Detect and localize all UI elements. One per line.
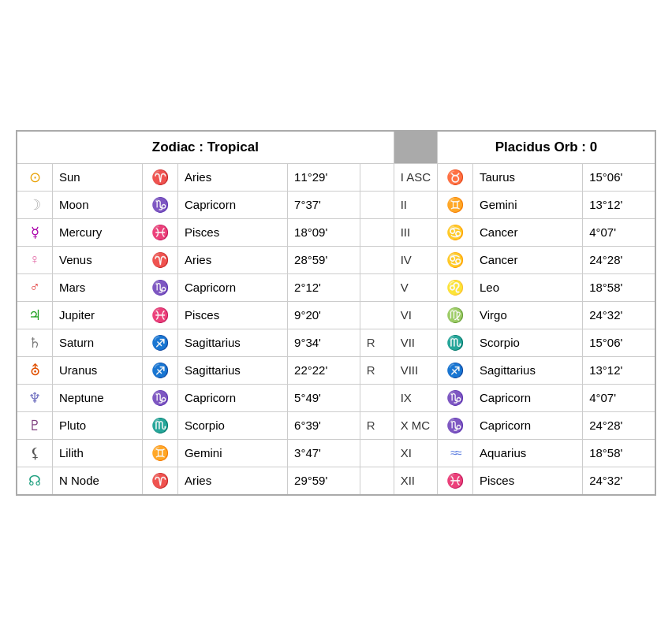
right-degree: 4°07': [589, 225, 616, 239]
planet-symbol-cell: ♂: [17, 273, 53, 301]
sign-name-cell: Aries: [177, 467, 287, 495]
planet-symbol-cell: ♀: [17, 246, 53, 273]
left-sign-name: Pisces: [185, 308, 219, 322]
house-cell: II: [394, 191, 437, 218]
retrograde-cell: [360, 218, 394, 246]
planet-name: Moon: [59, 198, 89, 211]
planet-name-cell: Sun: [53, 163, 143, 191]
sign-symbol-cell: ♏: [142, 411, 177, 439]
sign-name-cell: Capricorn: [177, 273, 287, 301]
left-sign-name: Pisces: [185, 225, 219, 239]
planet-name: Sun: [59, 170, 80, 184]
left-degree: 11°29': [294, 170, 327, 184]
sign-symbol-cell: ♓: [142, 218, 177, 246]
sign-name-cell: Pisces: [177, 218, 287, 246]
retrograde-cell: [360, 384, 394, 411]
table-row: ☿ Mercury ♓ Pisces 18°09' III ♋ Cancer 4…: [17, 218, 655, 246]
planet-symbol-cell: ♄: [17, 329, 53, 356]
right-sign-name-cell: Sagittarius: [473, 356, 583, 384]
house-label: VII: [401, 336, 415, 349]
left-sign-symbol: ♐: [149, 334, 171, 352]
planet-name-cell: Mercury: [53, 218, 143, 246]
degree-cell: 6°39': [288, 411, 360, 439]
sign-name-cell: Scorpio: [177, 411, 287, 439]
left-sign-name: Capricorn: [185, 198, 236, 211]
house-cell: I ASC: [394, 163, 437, 191]
planet-symbol: ☿: [24, 224, 46, 241]
left-degree: 29°59': [294, 474, 327, 487]
left-sign-name: Gemini: [185, 446, 222, 459]
sign-symbol-cell: ♑: [142, 384, 177, 411]
left-sign-symbol: ♑: [149, 279, 171, 296]
right-sign-symbol-cell: ♊: [438, 191, 473, 218]
right-degree: 13°12': [589, 198, 622, 211]
right-sign-symbol-cell: ♐: [438, 356, 473, 384]
planet-symbol-cell: ♃: [17, 301, 53, 329]
right-sign-name-cell: Capricorn: [473, 411, 583, 439]
sign-name-cell: Aries: [177, 246, 287, 273]
planet-name: Mercury: [59, 225, 102, 239]
planet-symbol: ♃: [24, 307, 46, 324]
degree-cell: 9°20': [288, 301, 360, 329]
retrograde-cell: [360, 301, 394, 329]
right-sign-name: Virgo: [480, 308, 507, 322]
left-sign-symbol: ♈: [149, 251, 171, 269]
left-degree: 2°12': [294, 281, 321, 294]
right-sign-name-cell: Aquarius: [473, 439, 583, 467]
right-header: Placidus Orb : 0: [438, 131, 655, 164]
right-degree: 13°12': [589, 363, 622, 377]
table-row: ♄ Saturn ♐ Sagittarius 9°34' R VII ♏ Sco…: [17, 329, 655, 356]
right-sign-symbol-cell: ♋: [438, 246, 473, 273]
left-sign-symbol: ♑: [149, 389, 171, 407]
planet-name-cell: Jupiter: [53, 301, 143, 329]
planet-symbol: ⊙: [24, 169, 46, 186]
left-degree: 3°47': [294, 446, 321, 459]
house-cell: V: [394, 273, 437, 301]
sign-symbol-cell: ♈: [142, 163, 177, 191]
sign-symbol-cell: ♑: [142, 273, 177, 301]
right-sign-name: Gemini: [480, 198, 517, 211]
right-sign-name-cell: Leo: [473, 273, 583, 301]
planet-symbol-cell: ☽: [17, 191, 53, 218]
planet-name: Mars: [59, 281, 85, 294]
right-degree: 24°32': [589, 474, 622, 487]
planet-symbol-cell: ☊: [17, 467, 53, 495]
planet-symbol-cell: ⚸: [17, 439, 53, 467]
house-label: II: [401, 198, 407, 211]
house-cell: VII: [394, 329, 437, 356]
sign-symbol-cell: ♓: [142, 301, 177, 329]
house-label: VI: [401, 308, 412, 322]
right-sign-name-cell: Scorpio: [473, 329, 583, 356]
retrograde-cell: [360, 191, 394, 218]
planet-name-cell: Venus: [53, 246, 143, 273]
right-degree-cell: 24°32': [583, 301, 655, 329]
house-label: XI: [401, 446, 412, 459]
house-label: V: [401, 281, 409, 294]
right-sign-symbol-cell: ♓: [438, 467, 473, 495]
degree-cell: 22°22': [288, 356, 360, 384]
right-degree-cell: 18°58': [583, 439, 655, 467]
sign-symbol-cell: ♈: [142, 467, 177, 495]
house-cell: XII: [394, 467, 437, 495]
right-sign-symbol-cell: ♉: [438, 163, 473, 191]
left-degree: 6°39': [294, 419, 321, 432]
house-label: VIII: [401, 363, 419, 377]
left-sign-symbol: ♏: [149, 417, 171, 434]
right-degree-cell: 15°06': [583, 329, 655, 356]
retrograde-cell: R: [360, 356, 394, 384]
right-sign-symbol-cell: ♑: [438, 411, 473, 439]
right-degree-cell: 4°07': [583, 218, 655, 246]
planet-name: Venus: [59, 253, 92, 266]
right-sign-name: Leo: [480, 281, 499, 294]
right-sign-symbol-cell: ♌: [438, 273, 473, 301]
right-degree: 24°28': [589, 419, 622, 432]
planet-symbol-cell: ♇: [17, 411, 53, 439]
astrology-table: Zodiac : Tropical Placidus Orb : 0 ⊙ Sun…: [16, 130, 656, 496]
retrograde-cell: [360, 467, 394, 495]
table-row: ☊ N Node ♈ Aries 29°59' XII ♓ Pisces 24°…: [17, 467, 655, 495]
right-sign-name: Capricorn: [480, 391, 531, 404]
house-label: IV: [401, 253, 412, 266]
right-sign-name-cell: Pisces: [473, 467, 583, 495]
house-cell: IX: [394, 384, 437, 411]
degree-cell: 2°12': [288, 273, 360, 301]
